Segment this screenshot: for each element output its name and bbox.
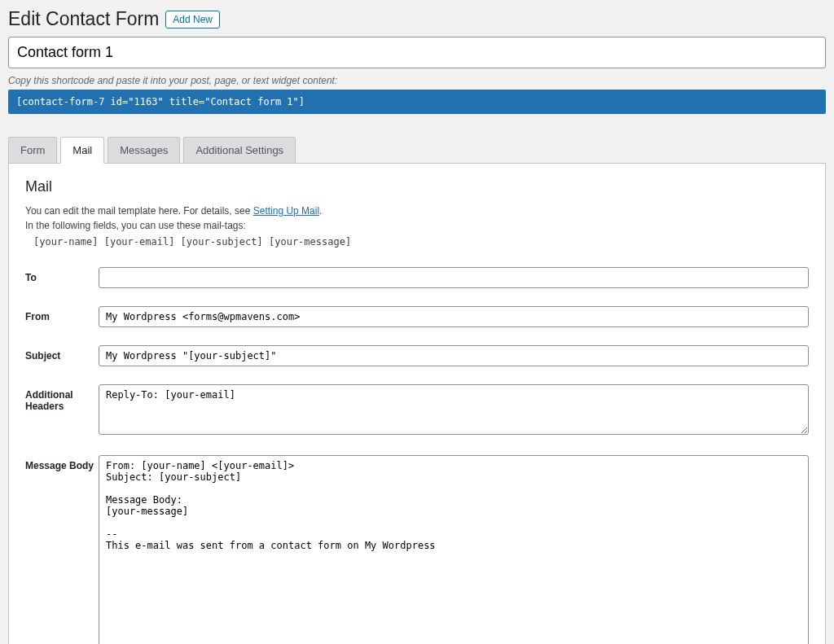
additional-headers-label: Additional Headers <box>25 384 99 412</box>
tabs: Form Mail Messages Additional Settings <box>8 137 826 164</box>
add-new-button[interactable]: Add New <box>165 11 220 28</box>
tab-additional-settings[interactable]: Additional Settings <box>183 137 296 164</box>
to-input[interactable] <box>99 267 809 288</box>
form-title-input[interactable] <box>8 37 826 68</box>
subject-label: Subject <box>25 345 99 361</box>
mail-tags-list: [your-name] [your-email] [your-subject] … <box>33 234 809 249</box>
mail-heading: Mail <box>25 178 809 195</box>
tab-messages[interactable]: Messages <box>108 137 180 164</box>
mail-help-text: You can edit the mail template here. For… <box>25 204 809 249</box>
mail-panel: Mail You can edit the mail template here… <box>8 163 826 644</box>
page-title: Edit Contact Form <box>8 8 159 30</box>
additional-headers-textarea[interactable] <box>99 384 809 435</box>
from-label: From <box>25 306 99 322</box>
message-body-label: Message Body <box>25 455 99 471</box>
setting-up-mail-link[interactable]: Setting Up Mail <box>253 205 319 217</box>
to-label: To <box>25 267 99 283</box>
message-body-textarea[interactable] <box>99 455 809 644</box>
help-prefix: You can edit the mail template here. For… <box>25 205 253 217</box>
tab-mail[interactable]: Mail <box>60 137 104 164</box>
help-line2: In the following fields, you can use the… <box>25 220 246 231</box>
help-suffix: . <box>319 205 322 217</box>
shortcode-instruction: Copy this shortcode and paste it into yo… <box>8 75 826 86</box>
subject-input[interactable] <box>99 345 809 366</box>
shortcode-display[interactable]: [contact-form-7 id="1163" title="Contact… <box>8 90 826 114</box>
tab-form[interactable]: Form <box>8 137 57 164</box>
from-input[interactable] <box>99 306 809 327</box>
